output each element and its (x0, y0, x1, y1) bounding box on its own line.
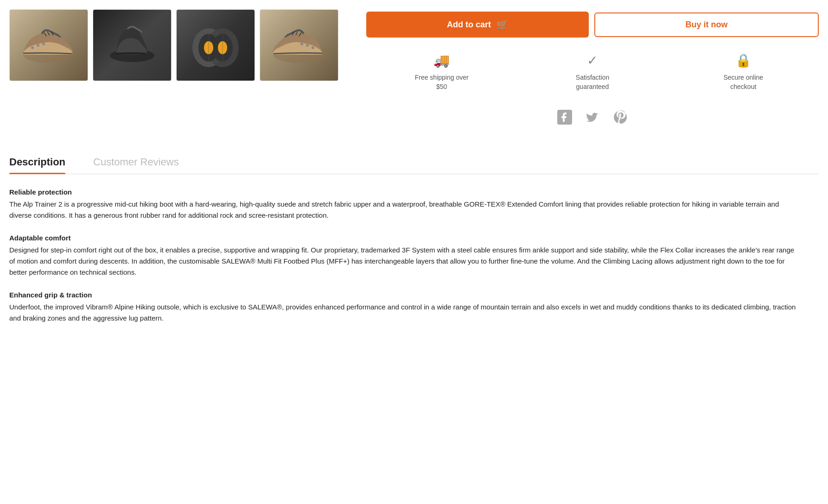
buttons-row: Add to cart 🛒 Buy it now (366, 12, 819, 38)
svg-point-1 (31, 46, 34, 49)
tabs-section: Description Customer Reviews (9, 156, 819, 174)
desc-heading-3: Enhanced grip & traction (9, 291, 797, 299)
add-to-cart-button[interactable]: Add to cart 🛒 (366, 12, 589, 38)
description-content: Reliable protection The Alp Trainer 2 is… (9, 174, 797, 355)
add-to-cart-label: Add to cart (447, 20, 491, 30)
checkmark-icon: ✓ (587, 51, 598, 69)
lock-icon: 🔒 (735, 51, 752, 69)
svg-point-3 (42, 43, 45, 45)
pinterest-icon[interactable] (613, 110, 628, 128)
product-image-3[interactable] (176, 9, 255, 81)
trust-free-shipping-text: Free shipping over$50 (415, 73, 469, 91)
product-image-2[interactable] (93, 9, 172, 81)
trust-row: 🚚 Free shipping over$50 ✓ Satisfactiongu… (366, 47, 819, 96)
cart-icon: 🛒 (497, 19, 508, 30)
social-row (366, 105, 819, 133)
desc-heading-1: Reliable protection (9, 188, 797, 196)
page-wrapper: Add to cart 🛒 Buy it now 🚚 Free shipping… (0, 0, 828, 355)
product-image-4[interactable] (260, 9, 338, 81)
facebook-icon[interactable] (557, 110, 572, 128)
tab-customer-reviews[interactable]: Customer Reviews (93, 156, 179, 174)
images-column (9, 9, 348, 133)
trust-secure-checkout: 🔒 Secure onlinecheckout (668, 51, 819, 91)
desc-enhanced-grip: Enhanced grip & traction Underfoot, the … (9, 291, 797, 324)
svg-point-2 (37, 44, 39, 47)
desc-body-2: Designed for step-in comfort right out o… (9, 245, 797, 278)
trust-satisfaction-text: Satisfactionguaranteed (576, 73, 609, 91)
desc-body-3: Underfoot, the improved Vibram® Alpine H… (9, 302, 797, 324)
trust-free-shipping: 🚚 Free shipping over$50 (366, 51, 517, 91)
product-image-1[interactable] (9, 9, 88, 81)
tab-description[interactable]: Description (9, 156, 65, 174)
svg-point-12 (312, 46, 314, 49)
truck-icon: 🚚 (433, 51, 450, 69)
desc-heading-2: Adaptable comfort (9, 234, 797, 242)
desc-body-1: The Alp Trainer 2 is a progressive mid-c… (9, 199, 797, 221)
actions-column: Add to cart 🛒 Buy it now 🚚 Free shipping… (366, 9, 819, 133)
buy-it-now-button[interactable]: Buy it now (594, 13, 819, 37)
top-section: Add to cart 🛒 Buy it now 🚚 Free shipping… (9, 0, 819, 147)
trust-satisfaction: ✓ Satisfactionguaranteed (517, 51, 668, 91)
trust-secure-checkout-text: Secure onlinecheckout (724, 73, 764, 91)
tabs-row: Description Customer Reviews (9, 156, 819, 174)
svg-point-13 (306, 44, 309, 47)
twitter-icon[interactable] (585, 110, 600, 128)
buy-it-now-label: Buy it now (686, 20, 728, 29)
desc-adaptable-comfort: Adaptable comfort Designed for step-in c… (9, 234, 797, 278)
svg-point-14 (300, 43, 303, 45)
desc-reliable-protection: Reliable protection The Alp Trainer 2 is… (9, 188, 797, 221)
